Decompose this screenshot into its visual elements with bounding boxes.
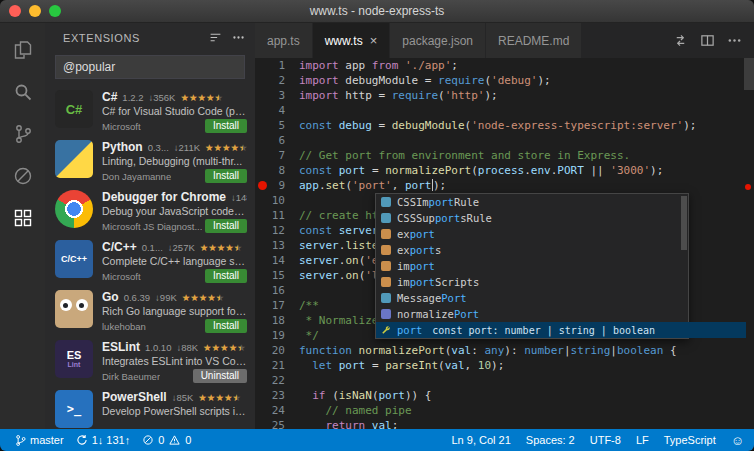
open-changes-icon[interactable] <box>673 33 688 48</box>
extension-item-eslint[interactable]: ESLintESLint1.0.10↓88K★★★★★★★★★★Integrat… <box>45 337 255 387</box>
split-editor-icon[interactable] <box>700 33 715 48</box>
extensions-icon[interactable] <box>0 197 45 239</box>
extension-item-c[interactable]: C#C#1.2.2↓356K★★★★★★★★★★C# for Visual St… <box>45 87 255 137</box>
line-number[interactable]: 12 <box>255 223 299 238</box>
zoom-window-button[interactable] <box>49 5 61 17</box>
suggestion-csssupportsrule[interactable]: CSSSupportsRule <box>376 210 688 226</box>
explorer-icon[interactable] <box>0 29 45 71</box>
line-number[interactable]: 21 <box>255 358 299 373</box>
suggest-scrollbar[interactable] <box>681 196 687 250</box>
code-text: // named pipe <box>299 403 754 418</box>
code-line[interactable]: 1import app from './app'; <box>255 58 754 73</box>
line-number[interactable]: 18 <box>255 313 299 328</box>
extension-item-c-c[interactable]: C/C++C/C++0.1...↓257K★★★★★★★★★★Complete … <box>45 237 255 287</box>
search-icon[interactable] <box>0 71 45 113</box>
git-branch-status[interactable]: master <box>10 434 69 447</box>
extension-details: C/C++0.1...↓257K★★★★★★★★★★Complete C/C++… <box>102 240 247 287</box>
rating-stars-fill: ★★★★★ <box>180 93 218 103</box>
feedback-smiley-icon[interactable]: ☺ <box>731 433 744 448</box>
line-number[interactable]: 13 <box>255 238 299 253</box>
more-actions-icon[interactable] <box>727 33 742 48</box>
line-number[interactable]: 4 <box>255 103 299 118</box>
git-sync-status[interactable]: 1↓ 131↑ <box>71 434 136 446</box>
code-line[interactable]: 21 let port = parseInt(val, 10); <box>255 358 754 373</box>
line-number[interactable]: 8 <box>255 163 299 178</box>
code-line[interactable]: 7// Get port from environment and store … <box>255 148 754 163</box>
code-line[interactable]: 8const port = normalizePort(process.env.… <box>255 163 754 178</box>
install-button[interactable]: Install <box>205 219 247 233</box>
cursor-position[interactable]: Ln 9, Col 21 <box>451 434 510 446</box>
code-line[interactable]: 22 <box>255 373 754 388</box>
problems-status[interactable]: 0 0 <box>137 434 196 446</box>
close-icon[interactable]: × <box>370 33 378 48</box>
line-number[interactable]: 5 <box>255 118 299 133</box>
line-number[interactable]: 15 <box>255 268 299 283</box>
line-number[interactable]: 17 <box>255 298 299 313</box>
line-number[interactable]: 23 <box>255 388 299 403</box>
code-line[interactable]: 4 <box>255 103 754 118</box>
line-number[interactable]: 6 <box>255 133 299 148</box>
tab-readme-md[interactable]: README.md <box>486 23 582 58</box>
more-actions-icon[interactable] <box>232 31 245 46</box>
close-window-button[interactable] <box>9 5 21 17</box>
breakpoint-indicator[interactable] <box>258 181 267 190</box>
encoding-status[interactable]: UTF-8 <box>590 434 621 446</box>
line-number[interactable]: 7 <box>255 148 299 163</box>
suggestion-cssimportrule[interactable]: CSSImportRule <box>376 194 688 210</box>
line-number[interactable]: 1 <box>255 58 299 73</box>
install-button[interactable]: Install <box>205 169 247 183</box>
line-number[interactable]: 25 <box>255 418 299 429</box>
code-line[interactable]: 23 if (isNaN(port)) { <box>255 388 754 403</box>
line-number[interactable]: 24 <box>255 403 299 418</box>
minimize-window-button[interactable] <box>29 5 41 17</box>
suggestion-normalizeport[interactable]: normalizePort <box>376 306 688 322</box>
install-button[interactable]: Install <box>205 269 247 283</box>
line-number[interactable]: 2 <box>255 73 299 88</box>
line-number[interactable]: 16 <box>255 283 299 298</box>
extension-footer-row: lukehobanInstall <box>102 319 247 333</box>
extension-item-debugger-for-chrome[interactable]: Debugger for Chrome↓148K★★★★★★★★★★Debug … <box>45 187 255 237</box>
suggestion-port[interactable]: portconst port: number | string | boolea… <box>376 322 746 338</box>
line-number[interactable]: 19 <box>255 328 299 343</box>
extension-item-python[interactable]: Python0.3...↓211K★★★★★★★★★★Linting, Debu… <box>45 137 255 187</box>
code-line[interactable]: 3import http = require('http'); <box>255 88 754 103</box>
code-line[interactable]: 9app.set('port', port); <box>255 178 754 193</box>
line-number[interactable]: 20 <box>255 343 299 358</box>
eol-status[interactable]: LF <box>636 434 649 446</box>
code-line[interactable]: 6 <box>255 133 754 148</box>
tab-app-ts[interactable]: app.ts <box>255 23 313 58</box>
line-number[interactable]: 11 <box>255 208 299 223</box>
line-number[interactable]: 14 <box>255 253 299 268</box>
code-line[interactable]: 25 return val; <box>255 418 754 429</box>
tab-package-json[interactable]: package.json <box>390 23 486 58</box>
suggestion-export[interactable]: export <box>376 226 688 242</box>
code-editor[interactable]: 1import app from './app';2import debugMo… <box>255 58 754 429</box>
line-number[interactable]: 3 <box>255 88 299 103</box>
suggestion-import[interactable]: import <box>376 258 688 274</box>
code-line[interactable]: 20function normalizePort(val: any): numb… <box>255 343 754 358</box>
indentation-status[interactable]: Spaces: 2 <box>526 434 575 446</box>
language-mode[interactable]: TypeScript <box>664 434 716 446</box>
editor-scrollbar[interactable] <box>744 58 754 90</box>
code-line[interactable]: 2import debugModule = require('debug'); <box>255 73 754 88</box>
extension-item-powershell[interactable]: >_PowerShell↓85K★★★★★★★★★★Develop PowerS… <box>45 387 255 429</box>
line-number[interactable]: 22 <box>255 373 299 388</box>
extension-item-go[interactable]: Go0.6.39↓99K★★★★★★★★★★Rich Go language s… <box>45 287 255 337</box>
extensions-search-input[interactable] <box>55 55 245 79</box>
suggestion-importscripts[interactable]: importScripts <box>376 274 688 290</box>
code-line[interactable]: 5const debug = debugModule('node-express… <box>255 118 754 133</box>
source-control-icon[interactable] <box>0 113 45 155</box>
suggestion-exports[interactable]: exports <box>376 242 688 258</box>
line-number[interactable]: 10 <box>255 193 299 208</box>
extension-author: lukehoban <box>102 321 146 332</box>
tab-www-ts[interactable]: www.ts× <box>313 23 391 58</box>
uninstall-button[interactable]: Uninstall <box>193 369 247 383</box>
code-text: let port = parseInt(val, 10); <box>299 358 754 373</box>
sort-icon[interactable] <box>209 31 222 46</box>
extension-title-row: ESLint1.0.10↓88K★★★★★★★★★★ <box>102 340 247 354</box>
suggestion-messageport[interactable]: MessagePort <box>376 290 688 306</box>
install-button[interactable]: Install <box>205 319 247 333</box>
debug-icon[interactable] <box>0 155 45 197</box>
code-line[interactable]: 24 // named pipe <box>255 403 754 418</box>
install-button[interactable]: Install <box>205 119 247 133</box>
